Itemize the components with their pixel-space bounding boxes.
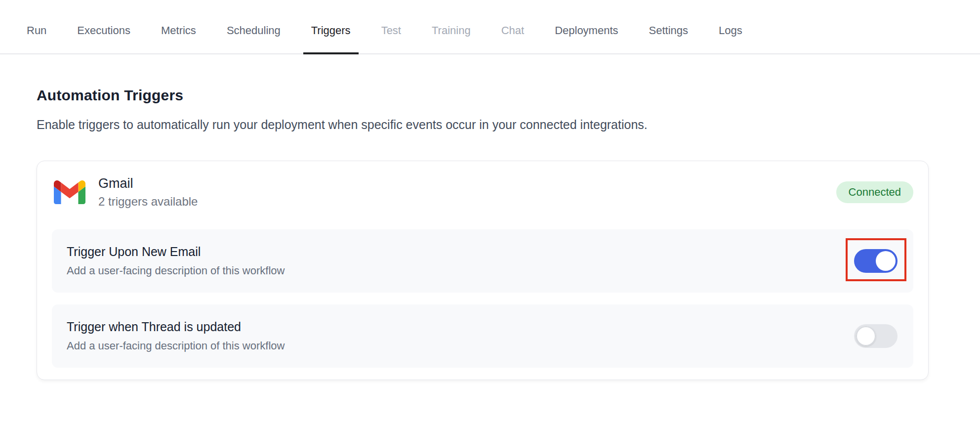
gmail-icon [54, 180, 85, 205]
tab-chat[interactable]: Chat [493, 8, 532, 53]
tab-scheduling[interactable]: Scheduling [219, 8, 288, 53]
toggle-wrapper [854, 324, 898, 348]
page-title: Automation Triggers [37, 87, 929, 104]
integration-card-header: Gmail 2 triggers available Connected [52, 176, 913, 209]
trigger-row-new-email: Trigger Upon New Email Add a user-facing… [52, 229, 913, 293]
trigger-texts: Trigger Upon New Email Add a user-facing… [67, 245, 285, 277]
integration-name: Gmail [98, 176, 198, 191]
gmail-integration-card: Gmail 2 triggers available Connected Tri… [37, 161, 929, 380]
toggle-wrapper [854, 249, 898, 273]
tab-test[interactable]: Test [373, 8, 409, 53]
tab-training[interactable]: Training [424, 8, 479, 53]
trigger-toggle-new-email[interactable] [854, 249, 898, 273]
tab-bar: Run Executions Metrics Scheduling Trigge… [0, 0, 980, 54]
integration-titles: Gmail 2 triggers available [98, 176, 198, 209]
toggle-knob [856, 326, 876, 346]
page-description: Enable triggers to automatically run you… [37, 118, 929, 132]
trigger-description: Add a user-facing description of this wo… [67, 264, 285, 277]
trigger-description: Add a user-facing description of this wo… [67, 340, 285, 352]
main-content: Automation Triggers Enable triggers to a… [0, 87, 980, 380]
tab-triggers[interactable]: Triggers [303, 8, 359, 53]
connected-status-badge: Connected [836, 181, 913, 203]
trigger-row-thread-updated: Trigger when Thread is updated Add a use… [52, 304, 913, 368]
trigger-list: Trigger Upon New Email Add a user-facing… [52, 229, 913, 368]
tab-executions[interactable]: Executions [69, 8, 138, 53]
tab-metrics[interactable]: Metrics [153, 8, 204, 53]
tab-run[interactable]: Run [19, 8, 54, 53]
trigger-title: Trigger Upon New Email [67, 245, 285, 259]
tab-deployments[interactable]: Deployments [547, 8, 626, 53]
tab-logs[interactable]: Logs [711, 8, 750, 53]
tab-settings[interactable]: Settings [641, 8, 696, 53]
integration-trigger-count: 2 triggers available [98, 195, 198, 209]
trigger-toggle-thread-updated[interactable] [854, 324, 898, 348]
toggle-knob [876, 251, 896, 271]
trigger-texts: Trigger when Thread is updated Add a use… [67, 320, 285, 352]
trigger-title: Trigger when Thread is updated [67, 320, 285, 334]
